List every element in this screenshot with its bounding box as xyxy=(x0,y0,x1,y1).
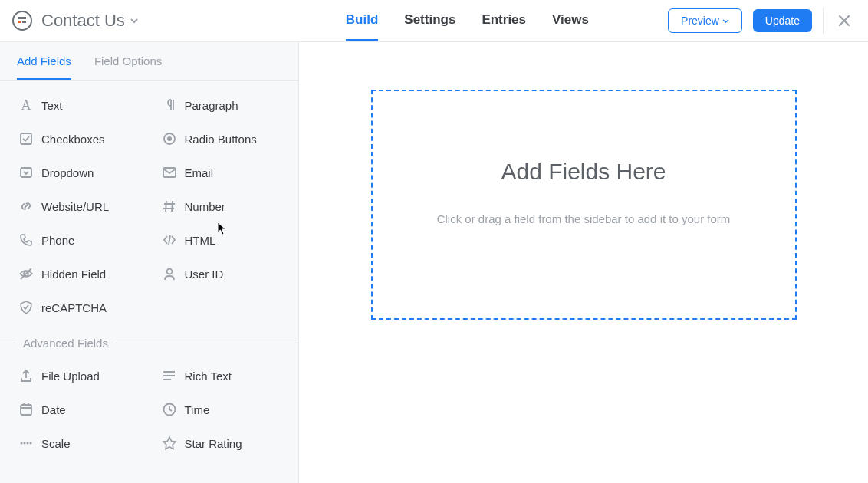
field-label: Checkboxes xyxy=(41,133,105,146)
link-icon xyxy=(11,199,41,214)
svg-point-17 xyxy=(27,442,29,445)
tab-settings[interactable]: Settings xyxy=(404,0,455,41)
star-icon xyxy=(154,435,185,451)
field-label: HTML xyxy=(185,234,216,247)
update-button[interactable]: Update xyxy=(753,9,812,32)
date-icon xyxy=(11,402,41,417)
svg-point-12 xyxy=(166,269,172,274)
field-dropdown[interactable]: Dropdown xyxy=(6,156,150,189)
dropzone-subtitle: Click or drag a field from the sidebar t… xyxy=(437,212,731,225)
svg-rect-1 xyxy=(18,17,26,19)
field-scale[interactable]: Scale xyxy=(6,426,150,460)
app-logo xyxy=(11,9,34,32)
basic-fields-grid: ATextParagraphCheckboxesRadio ButtonsDro… xyxy=(0,80,298,324)
divider xyxy=(823,8,824,34)
field-label: Phone xyxy=(41,234,74,247)
workspace: Add Fields Field Options ATextParagraphC… xyxy=(0,42,868,483)
field-paragraph[interactable]: Paragraph xyxy=(150,88,293,122)
field-date[interactable]: Date xyxy=(6,393,150,426)
field-label: File Upload xyxy=(41,370,100,383)
field-label: Number xyxy=(185,200,225,213)
advanced-section-header: Advanced Fields xyxy=(0,337,298,350)
advanced-section-title: Advanced Fields xyxy=(15,337,116,350)
sidebar-tab-field-options[interactable]: Field Options xyxy=(94,42,162,80)
field-user-id[interactable]: User ID xyxy=(150,257,293,291)
text-icon: A xyxy=(11,97,41,113)
preview-button[interactable]: Preview xyxy=(668,8,742,33)
field-label: reCAPTCHA xyxy=(41,301,107,314)
sidebar-tab-add-fields[interactable]: Add Fields xyxy=(17,42,71,80)
user-icon xyxy=(154,266,185,281)
close-button[interactable] xyxy=(834,11,854,31)
field-hidden-field[interactable]: Hidden Field xyxy=(6,257,150,291)
paragraph-icon xyxy=(154,97,185,113)
sidebar-tabs: Add Fields Field Options xyxy=(0,42,298,80)
field-label: User ID xyxy=(185,268,224,281)
field-text[interactable]: AText xyxy=(6,88,150,122)
svg-point-18 xyxy=(30,442,32,445)
sidebar: Add Fields Field Options ATextParagraphC… xyxy=(0,42,299,483)
svg-rect-5 xyxy=(21,133,31,144)
svg-rect-8 xyxy=(21,168,31,177)
field-label: Hidden Field xyxy=(41,268,106,281)
close-icon xyxy=(837,14,851,28)
field-label: Paragraph xyxy=(185,99,238,112)
hidden-icon xyxy=(11,266,41,281)
field-label: Text xyxy=(41,99,63,112)
field-number[interactable]: Number xyxy=(150,189,293,223)
tab-entries[interactable]: Entries xyxy=(482,0,526,41)
radio-icon xyxy=(154,131,185,146)
field-checkboxes[interactable]: Checkboxes xyxy=(6,122,150,156)
field-recaptcha[interactable]: reCAPTCHA xyxy=(6,291,150,324)
email-icon xyxy=(154,165,185,180)
form-title-dropdown[interactable]: Contact Us xyxy=(41,11,139,31)
hash-icon xyxy=(154,199,185,214)
svg-point-7 xyxy=(167,136,172,141)
svg-rect-13 xyxy=(21,405,31,415)
shield-icon xyxy=(11,300,41,315)
field-website-url[interactable]: Website/URL xyxy=(6,189,150,223)
phone-icon xyxy=(11,232,41,248)
field-label: Scale xyxy=(41,437,71,450)
form-title: Contact Us xyxy=(41,11,125,31)
advanced-fields-grid: File UploadRich TextDateTimeScaleStar Ra… xyxy=(0,351,298,460)
field-rich-text[interactable]: Rich Text xyxy=(150,359,293,393)
canvas: Add Fields Here Click or drag a field fr… xyxy=(299,42,868,483)
field-label: Date xyxy=(41,403,66,416)
top-actions: Preview Update xyxy=(668,8,854,34)
scale-icon xyxy=(11,435,41,451)
svg-text:A: A xyxy=(21,97,31,113)
field-html[interactable]: HTML xyxy=(150,223,293,257)
caret-down-icon xyxy=(722,18,729,25)
upload-icon xyxy=(11,368,41,383)
field-label: Radio Buttons xyxy=(185,133,257,146)
html-icon xyxy=(154,232,185,248)
svg-point-15 xyxy=(21,442,23,445)
field-star-rating[interactable]: Star Rating xyxy=(150,426,293,460)
field-phone[interactable]: Phone xyxy=(6,223,150,257)
field-label: Dropdown xyxy=(41,166,94,179)
svg-rect-3 xyxy=(22,21,26,23)
dropzone[interactable]: Add Fields Here Click or drag a field fr… xyxy=(371,90,797,320)
field-file-upload[interactable]: File Upload xyxy=(6,359,150,393)
dropzone-title: Add Fields Here xyxy=(501,159,666,185)
field-label: Website/URL xyxy=(41,200,109,213)
field-email[interactable]: Email xyxy=(150,156,293,189)
topbar: Contact Us Build Settings Entries Views … xyxy=(0,0,868,42)
svg-line-11 xyxy=(21,268,31,279)
svg-point-16 xyxy=(24,442,26,445)
field-time[interactable]: Time xyxy=(150,393,293,426)
field-radio-buttons[interactable]: Radio Buttons xyxy=(150,122,293,156)
field-label: Star Rating xyxy=(185,437,242,450)
time-icon xyxy=(154,402,185,417)
checkbox-icon xyxy=(11,131,41,146)
svg-rect-2 xyxy=(18,21,21,23)
field-label: Rich Text xyxy=(185,370,232,383)
richtext-icon xyxy=(154,368,185,383)
dropdown-icon xyxy=(11,165,41,180)
main-tabs: Build Settings Entries Views xyxy=(346,0,589,41)
field-label: Time xyxy=(185,403,210,416)
tab-views[interactable]: Views xyxy=(552,0,589,41)
field-label: Email xyxy=(185,166,214,179)
tab-build[interactable]: Build xyxy=(346,0,379,41)
